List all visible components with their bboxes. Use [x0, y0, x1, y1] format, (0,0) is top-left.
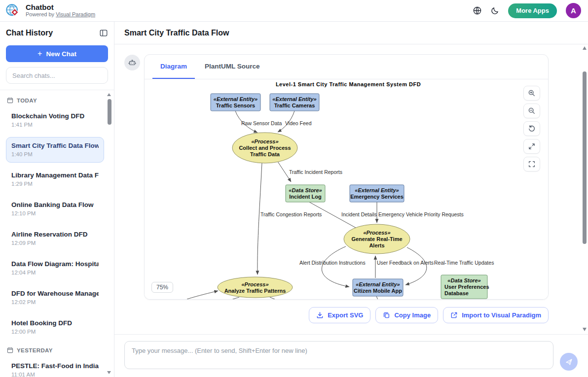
tab-plantuml-source[interactable]: PlantUML Source	[197, 55, 268, 79]
svg-text:Raw Sensor Data: Raw Sensor Data	[241, 120, 282, 126]
fullscreen-icon	[528, 160, 536, 168]
sidebar-panel-icon	[99, 29, 108, 37]
message-input[interactable]	[124, 341, 553, 369]
external-link-icon	[450, 311, 458, 319]
svg-text:«Process»: «Process»	[363, 230, 390, 236]
chat-history-item[interactable]: Data Flow Diagram: Hospital... 12:04 PM	[6, 255, 104, 281]
moon-icon	[491, 6, 499, 15]
chat-history-item[interactable]: Blockchain Voting DFD 1:41 PM	[6, 107, 104, 133]
page-title: Smart City Traffic Data Flow	[124, 29, 229, 37]
scroll-down-arrow-icon[interactable]	[107, 371, 111, 374]
chat-section-header: YESTERDAY	[6, 344, 104, 357]
zoom-in-button[interactable]	[523, 86, 540, 101]
chat-list-scrollbar[interactable]	[107, 92, 111, 375]
chat-item-title: PESTLE: Fast-Food in India – ...	[11, 361, 99, 371]
download-icon	[316, 311, 324, 319]
svg-text:Alert Distribution Instruction: Alert Distribution Instructions	[299, 260, 366, 266]
svg-text:Level-1 Smart City Traffic Man: Level-1 Smart City Traffic Management Sy…	[276, 81, 421, 87]
diagram-card: Diagram PlantUML Source Level-1 Smart Ci…	[144, 54, 549, 300]
top-header: Chatbot Powered by Visual Paradigm More …	[0, 0, 588, 22]
bot-avatar	[124, 55, 140, 70]
app-title: Chatbot	[26, 3, 95, 11]
chat-history-item[interactable]: Hotel Booking DFD 12:00 PM	[6, 314, 104, 340]
brand: Chatbot Powered by Visual Paradigm	[5, 2, 95, 19]
scroll-up-arrow-icon[interactable]	[583, 46, 587, 50]
plus-icon: +	[37, 49, 42, 58]
svg-text:Collect and Process: Collect and Process	[239, 145, 291, 151]
zoom-out-icon	[528, 107, 536, 115]
main-panel: Smart City Traffic Data Flow Diagram Pla…	[114, 22, 588, 377]
scrollbar-thumb[interactable]	[583, 71, 587, 244]
chat-item-time: 1:40 PM	[11, 150, 99, 159]
send-button[interactable]	[560, 353, 578, 371]
chat-section-header: TODAY	[6, 94, 104, 107]
calendar-icon	[7, 97, 13, 103]
sidebar-title: Chat History	[6, 29, 53, 37]
chat-item-time: 12:04 PM	[11, 269, 99, 277]
chat-item-time: 1:29 PM	[11, 180, 99, 188]
scroll-down-arrow-icon[interactable]	[583, 328, 587, 331]
zoom-controls	[523, 86, 540, 171]
copy-image-button[interactable]: Copy Image	[375, 307, 438, 323]
svg-text:«External Entity»: «External Entity»	[355, 187, 399, 193]
svg-text:Real-Time Traffic Updates: Real-Time Traffic Updates	[434, 260, 494, 266]
dark-mode-button[interactable]	[491, 6, 499, 15]
powered-by: Powered by Visual Paradigm	[26, 11, 95, 18]
chat-history-item[interactable]: Airline Reservation DFD 12:09 PM	[6, 226, 104, 251]
scrollbar-thumb[interactable]	[108, 99, 111, 125]
svg-text:Analyze Traffic Patterns: Analyze Traffic Patterns	[224, 288, 286, 294]
chat-item-title: Library Management Data Fl...	[11, 171, 99, 180]
chat-history-item[interactable]: Library Management Data Fl... 1:29 PM	[6, 167, 104, 192]
expand-button[interactable]	[523, 139, 540, 154]
svg-text:Emergency Services: Emergency Services	[350, 194, 404, 200]
svg-text:Traffic Congestion Reports: Traffic Congestion Reports	[260, 211, 322, 217]
copy-icon	[383, 311, 390, 319]
chat-item-time: 12:02 PM	[11, 298, 99, 307]
svg-text:«Process»: «Process»	[251, 138, 278, 144]
user-avatar[interactable]: A	[566, 3, 581, 18]
reset-view-icon	[528, 125, 536, 133]
new-chat-button[interactable]: + New Chat	[6, 45, 108, 62]
diagram-viewport[interactable]: Level-1 Smart City Traffic Management Sy…	[145, 79, 548, 300]
chat-content: Diagram PlantUML Source Level-1 Smart Ci…	[114, 44, 588, 334]
chat-item-title: Hotel Booking DFD	[11, 318, 99, 328]
export-svg-button[interactable]: Export SVG	[309, 307, 370, 323]
svg-text:Traffic Data: Traffic Data	[250, 151, 280, 157]
expand-icon	[528, 142, 536, 150]
fullscreen-button[interactable]	[523, 157, 540, 171]
chat-history-item[interactable]: Online Banking Data Flow 12:10 PM	[6, 196, 104, 222]
visual-paradigm-link[interactable]: Visual Paradigm	[56, 11, 95, 17]
more-apps-button[interactable]: More Apps	[508, 3, 557, 18]
svg-text:«External Entity»: «External Entity»	[214, 96, 257, 102]
svg-text:Video Feed: Video Feed	[285, 120, 312, 126]
chat-item-time: 12:00 PM	[11, 328, 99, 336]
chat-history-item[interactable]: PESTLE: Fast-Food in India – ... 11:01 A…	[6, 357, 104, 377]
svg-text:User Preferences: User Preferences	[444, 284, 489, 290]
app-window: Chatbot Powered by Visual Paradigm More …	[0, 0, 588, 377]
chat-history-item[interactable]: DFD for Warehouse Manage... 12:02 PM	[6, 285, 104, 310]
content-scrollbar[interactable]	[582, 44, 587, 334]
search-chats-input[interactable]	[6, 67, 108, 84]
language-globe-button[interactable]	[473, 6, 482, 15]
chat-history-sidebar: Chat History + New Chat	[0, 22, 114, 377]
svg-text:«External Entity»: «External Entity»	[356, 281, 400, 287]
zoom-out-button[interactable]	[523, 103, 540, 118]
chat-item-title: Data Flow Diagram: Hospital...	[11, 259, 99, 269]
zoom-in-icon	[528, 89, 536, 97]
tab-bar: Diagram PlantUML Source	[145, 55, 548, 79]
collapse-sidebar-button[interactable]	[99, 29, 108, 37]
svg-text:Database: Database	[444, 290, 469, 296]
reset-view-button[interactable]	[523, 121, 540, 136]
import-to-visual-paradigm-button[interactable]: Import to Visual Paradigm	[443, 307, 549, 323]
svg-text:Incident Details: Incident Details	[341, 211, 377, 217]
chat-item-time: 1:41 PM	[11, 121, 99, 129]
svg-text:Traffic Sensors: Traffic Sensors	[216, 103, 255, 108]
chat-history-item[interactable]: Smart City Traffic Data Flow 1:40 PM	[6, 137, 104, 163]
tab-diagram[interactable]: Diagram	[152, 55, 195, 79]
globe-icon	[473, 6, 482, 15]
svg-text:User Feedback on Alerts: User Feedback on Alerts	[377, 260, 434, 266]
chat-item-title: Online Banking Data Flow	[11, 200, 99, 209]
scroll-up-arrow-icon[interactable]	[107, 93, 111, 96]
chat-item-title: Smart City Traffic Data Flow	[11, 141, 99, 150]
zoom-level-badge: 75%	[151, 282, 173, 293]
